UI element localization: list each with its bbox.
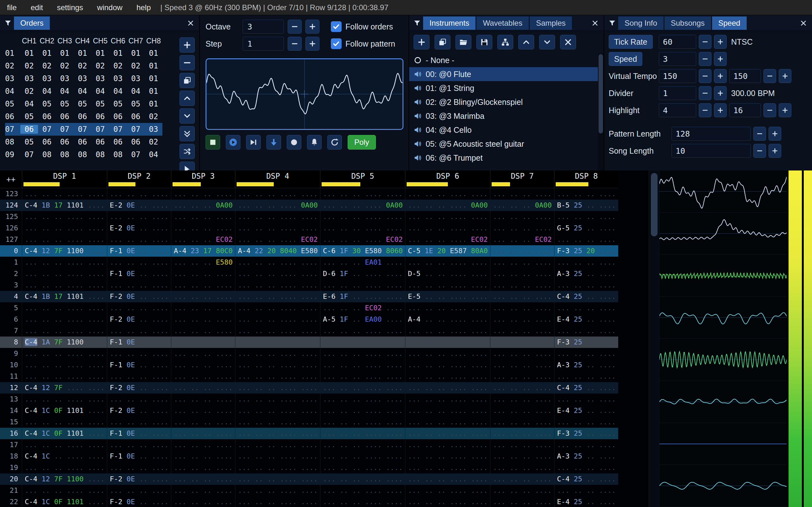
pattern-cell[interactable]: ... .. .. .... .... <box>235 302 320 314</box>
pattern-cell[interactable]: ... .. .. .... <box>107 234 171 245</box>
pattern-cell[interactable]: ... .. .. .... .... <box>22 325 107 337</box>
order-cell[interactable]: 03 <box>20 74 38 83</box>
step-input[interactable]: 1 <box>243 37 284 51</box>
follow-pattern-checkbox[interactable]: Follow pattern <box>331 38 395 49</box>
pattern-cell[interactable]: ... .. .. .... <box>490 222 554 234</box>
order-cell[interactable]: 03 <box>91 74 109 83</box>
channel-header[interactable]: DSP 7 <box>490 170 554 188</box>
virtual-tempo-input[interactable]: 150 <box>729 69 761 83</box>
pattern-cell[interactable]: ... .. .. .... .... <box>320 416 405 428</box>
pattern-cell[interactable]: ... .. .. .... .... <box>235 485 320 496</box>
pattern-cell[interactable]: ... .. .. .... .... <box>405 257 490 268</box>
highlight-decrease-button[interactable] <box>699 103 711 117</box>
pattern-cell[interactable]: ... .. .. .... EC02 <box>235 234 320 245</box>
pattern-cell[interactable]: ... .. .. .... .... <box>235 222 320 234</box>
pattern-cell[interactable]: ... .. .. E580 <box>171 257 235 268</box>
tick-rate-increase-button[interactable] <box>714 35 727 49</box>
pattern-length-increase-button[interactable] <box>768 127 781 141</box>
pattern-cell[interactable]: ... .. .. .... .... <box>22 485 107 496</box>
pattern-cell[interactable]: ... .. .. .... .... <box>320 359 405 371</box>
pattern-cell[interactable]: ... .. .. .... .... <box>320 222 405 234</box>
highlight-decrease-button[interactable] <box>763 103 776 117</box>
move-instrument-down-button[interactable] <box>539 35 555 49</box>
order-cell[interactable]: 05 <box>56 100 73 108</box>
pattern-cell[interactable]: F-2 0E .. .... <box>107 291 171 302</box>
pattern-cell[interactable]: ... .. .. .... <box>171 268 235 279</box>
pattern-cell[interactable]: ... .. .. .... .... <box>22 279 107 291</box>
instrument-list-item[interactable]: 00: @0 Flute <box>409 67 604 81</box>
virtual-tempo-increase-button[interactable] <box>714 69 727 83</box>
order-cell[interactable]: 02 <box>38 61 56 70</box>
pattern-cell[interactable]: C-4 1C .. .... .... <box>22 451 107 462</box>
order-cell[interactable]: 03 <box>109 74 127 83</box>
pattern-cell[interactable]: E-5 .. .. .... .... <box>405 291 490 302</box>
pattern-cell[interactable]: ... .. .. .... .... <box>22 188 107 200</box>
speed-label[interactable]: Speed <box>609 52 642 66</box>
pattern-cell[interactable]: ... .. .. .... <box>490 314 554 325</box>
pattern-cell[interactable]: F-1 0E .. .... <box>107 451 171 462</box>
pattern-cell[interactable]: ... .. .. .... .... <box>235 451 320 462</box>
order-cell[interactable]: 04 <box>91 87 109 96</box>
order-row[interactable]: 010101010101010101 <box>5 47 162 60</box>
pattern-cell[interactable]: ... .. .. .... .... <box>405 371 490 382</box>
pattern-cell[interactable]: ... .. .. .... <box>490 245 554 257</box>
order-cell[interactable]: 01 <box>145 87 162 96</box>
order-cell[interactable]: 06 <box>56 112 73 121</box>
divider-decrease-button[interactable] <box>699 86 711 100</box>
tab-subsongs[interactable]: Subsongs <box>664 16 711 30</box>
tab-orders[interactable]: Orders <box>14 16 50 30</box>
order-cell[interactable]: 02 <box>20 61 38 70</box>
instrument-list-item[interactable]: - None - <box>409 53 604 67</box>
pattern-cell[interactable]: A-3 25 .. .... <box>554 359 618 371</box>
order-cell[interactable]: 07 <box>56 125 73 134</box>
pattern-cell[interactable]: ... .. .. .... 0A00 <box>405 200 490 211</box>
pattern-cell[interactable]: ... .. .. .... .... <box>235 371 320 382</box>
pattern-cell[interactable]: ... .. .. .... <box>490 268 554 279</box>
order-cell[interactable]: 04 <box>56 87 73 96</box>
order-cell[interactable]: 01 <box>91 49 109 58</box>
menu-item-help[interactable]: help <box>130 0 158 15</box>
pattern-cell[interactable]: ... .. .. .... .... <box>405 428 490 439</box>
order-cell[interactable]: 08 <box>73 150 91 159</box>
play-button[interactable] <box>226 135 241 150</box>
channel-header[interactable]: DSP 4 <box>235 170 320 188</box>
stop-button[interactable] <box>206 135 220 150</box>
pattern-cell[interactable]: ... .. .. .... <box>554 439 618 451</box>
octave-increase-button[interactable] <box>305 20 319 34</box>
step-one-row-button[interactable] <box>266 135 281 150</box>
pattern-cell[interactable]: ... .. .. .... .... <box>405 211 490 222</box>
order-cell[interactable]: 01 <box>145 61 162 70</box>
order-cell[interactable]: 04 <box>145 150 162 159</box>
order-cell[interactable]: 02 <box>145 137 162 147</box>
pattern-cell[interactable]: C-4 1A 7F 1100 .... <box>22 337 107 348</box>
instrument-list-item[interactable]: 01: @1 String <box>409 81 604 95</box>
pattern-cell[interactable]: ... .. .. .... .... <box>405 439 490 451</box>
pattern-cell[interactable]: ... .. .. .... <box>171 462 235 473</box>
tick-rate-decrease-button[interactable] <box>699 35 711 49</box>
order-cell[interactable]: 05 <box>109 100 127 108</box>
channel-header[interactable]: DSP 5 <box>320 170 405 188</box>
order-cell[interactable]: 07 <box>73 125 91 134</box>
instrument-list-item[interactable]: 02: @2 Blingy/Glockenspiel <box>409 95 604 109</box>
pattern-cell[interactable]: ... .. .. .... .... <box>235 291 320 302</box>
order-cell[interactable]: 02 <box>91 61 109 70</box>
pattern-cell[interactable]: ... .. .. .... .... <box>320 439 405 451</box>
pattern-cell[interactable]: ... .. .. .... .... <box>405 394 490 405</box>
pattern-cell[interactable]: C-4 1B 17 1101 .... <box>22 200 107 211</box>
pattern-cell[interactable]: ... .. .. .... <box>554 348 618 359</box>
speed-increase-button[interactable] <box>714 52 727 66</box>
pattern-cell[interactable]: ... .. .. .... .... <box>405 405 490 416</box>
pattern-cell[interactable]: ... .. .. .... <box>171 359 235 371</box>
pattern-cell[interactable]: F-2 0E .. .... <box>107 405 171 416</box>
follow-pattern-checkbox-box[interactable] <box>331 38 342 49</box>
pattern-cell[interactable]: ... .. .. .... <box>171 439 235 451</box>
pattern-cell[interactable]: ... .. .. .... .... <box>22 371 107 382</box>
highlight-increase-button[interactable] <box>779 103 792 117</box>
pattern-cell[interactable]: ... .. .. .... .... <box>22 211 107 222</box>
pattern-cell[interactable]: ... .. .. .... <box>107 462 171 473</box>
pattern-cell[interactable]: ... .. .. .... <box>171 451 235 462</box>
pattern-cell[interactable]: ... .. .. .... <box>490 462 554 473</box>
pattern-cell[interactable]: ... .. .. .... .... <box>22 439 107 451</box>
order-cell[interactable]: 07 <box>20 150 38 159</box>
pattern-cell[interactable]: C-4 1C 0F 1101 .... <box>22 405 107 416</box>
